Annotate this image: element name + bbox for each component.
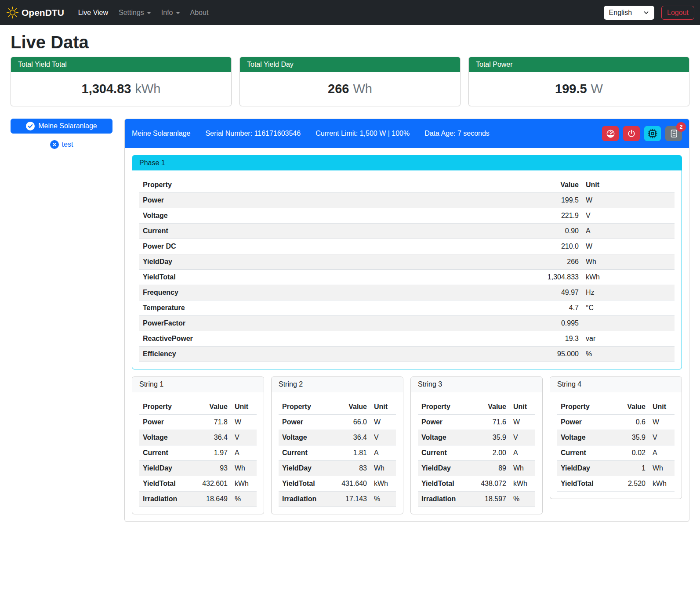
unit-cell: Wh xyxy=(510,461,535,476)
value-cell: 66.0 xyxy=(334,415,370,430)
language-select[interactable]: English xyxy=(604,6,654,20)
col-unit: Unit xyxy=(582,177,675,193)
table-row: YieldTotal438.072kWh xyxy=(418,476,535,492)
string-1-panel: String 1 Property Value Unit xyxy=(132,376,264,514)
property-cell: Power xyxy=(279,415,334,430)
property-cell: YieldTotal xyxy=(557,476,612,492)
string-title: String 1 xyxy=(132,377,264,392)
value-cell: 0.6 xyxy=(612,415,649,430)
power-toggle-button[interactable] xyxy=(623,126,640,141)
sidebar-item-test[interactable]: test xyxy=(11,140,112,149)
property-cell: Current xyxy=(418,445,473,461)
value-cell: 2.00 xyxy=(473,445,510,461)
value-cell: 4.7 xyxy=(521,300,582,316)
table-row: Power71.6W xyxy=(418,415,535,430)
value-cell: 17.143 xyxy=(334,492,370,507)
sidebar-item-label: test xyxy=(62,141,73,148)
table-row: YieldDay266Wh xyxy=(139,254,675,270)
gauge-icon xyxy=(606,129,615,138)
language-value: English xyxy=(609,9,632,17)
col-value: Value xyxy=(194,399,231,415)
event-count-badge[interactable]: 2 xyxy=(676,122,686,132)
property-cell: Irradiation xyxy=(139,492,194,507)
property-cell: Voltage xyxy=(139,208,521,224)
table-row: Voltage35.9V xyxy=(418,430,535,445)
card-unit: Wh xyxy=(353,82,372,96)
value-cell: 93 xyxy=(194,461,231,476)
col-property: Property xyxy=(279,399,334,415)
unit-cell: kWh xyxy=(510,476,535,492)
unit-cell: kWh xyxy=(231,476,257,492)
value-cell: 210.0 xyxy=(521,239,582,254)
unit-cell: kWh xyxy=(582,270,675,285)
nav-item-info[interactable]: Info xyxy=(156,5,185,20)
unit-cell: °C xyxy=(582,300,675,316)
phase-title: Phase 1 xyxy=(132,156,682,170)
unit-cell: % xyxy=(510,492,535,507)
card-unit: kWh xyxy=(135,82,160,96)
property-cell: YieldDay xyxy=(418,461,473,476)
nav-item-about[interactable]: About xyxy=(185,5,214,20)
brand[interactable]: OpenDTU xyxy=(6,5,68,20)
unit-cell: A xyxy=(370,445,396,461)
nav-item-settings[interactable]: Settings xyxy=(113,5,156,20)
col-value: Value xyxy=(612,399,649,415)
inverter-sidebar: Meine Solaranlage test xyxy=(11,119,112,149)
value-cell: 35.9 xyxy=(473,430,510,445)
page-title: Live Data xyxy=(11,33,689,52)
property-cell: YieldDay xyxy=(279,461,334,476)
logout-button[interactable]: Logout xyxy=(661,6,694,20)
property-cell: Power xyxy=(139,193,521,208)
value-cell: 71.6 xyxy=(473,415,510,430)
power-icon xyxy=(627,129,636,138)
col-value: Value xyxy=(334,399,370,415)
col-property: Property xyxy=(139,177,521,193)
table-row: YieldDay1Wh xyxy=(557,461,675,476)
string-4-table: Property Value Unit Power0.6WVoltage35.9… xyxy=(557,399,675,492)
table-row: YieldDay93Wh xyxy=(139,461,257,476)
device-info-button[interactable] xyxy=(644,126,661,141)
card-value: 266 xyxy=(328,82,349,96)
unit-cell: W xyxy=(649,415,675,430)
table-header-row: Property Value Unit xyxy=(279,399,396,415)
card-value: 1,304.83 xyxy=(82,82,131,96)
col-value: Value xyxy=(521,177,582,193)
phase-table: Property Value Unit Power199.5WVoltage22… xyxy=(139,177,675,362)
value-cell: 18.597 xyxy=(473,492,510,507)
unit-cell: % xyxy=(370,492,396,507)
value-cell: 49.97 xyxy=(521,285,582,300)
unit-cell: % xyxy=(231,492,257,507)
unit-cell: kWh xyxy=(649,476,675,492)
table-row: Temperature4.7°C xyxy=(139,300,675,316)
property-cell: Voltage xyxy=(279,430,334,445)
table-row: Voltage35.9V xyxy=(557,430,675,445)
string-title: String 4 xyxy=(550,377,682,392)
property-cell: Current xyxy=(557,445,612,461)
property-cell: YieldTotal xyxy=(139,476,194,492)
property-cell: Current xyxy=(139,224,521,239)
limit-settings-button[interactable] xyxy=(602,126,619,141)
table-row: YieldTotal1,304.833kWh xyxy=(139,270,675,285)
card-unit: W xyxy=(591,82,603,96)
unit-cell: W xyxy=(510,415,535,430)
value-cell: 0.90 xyxy=(521,224,582,239)
unit-cell: W xyxy=(370,415,396,430)
card-title: Total Power xyxy=(469,57,689,72)
inverter-serial: Serial Number: 116171603546 xyxy=(205,130,301,137)
value-cell: 0.02 xyxy=(612,445,649,461)
unit-cell xyxy=(582,316,675,331)
table-row: Current1.81A xyxy=(279,445,396,461)
nav-item-label: Live View xyxy=(78,9,108,17)
card-title: Total Yield Day xyxy=(240,57,460,72)
table-row: Power66.0W xyxy=(279,415,396,430)
table-row: Voltage36.4V xyxy=(139,430,257,445)
sidebar-item-meine-solaranlage[interactable]: Meine Solaranlage xyxy=(11,119,112,134)
sidebar-item-label: Meine Solaranlage xyxy=(38,122,97,130)
value-cell: 266 xyxy=(521,254,582,270)
brand-label: OpenDTU xyxy=(22,7,64,18)
property-cell: Irradiation xyxy=(279,492,334,507)
table-row: PowerFactor0.995 xyxy=(139,316,675,331)
table-row: Irradiation18.649% xyxy=(139,492,257,507)
nav-item-live-view[interactable]: Live View xyxy=(73,5,113,20)
table-row: Power DC210.0W xyxy=(139,239,675,254)
